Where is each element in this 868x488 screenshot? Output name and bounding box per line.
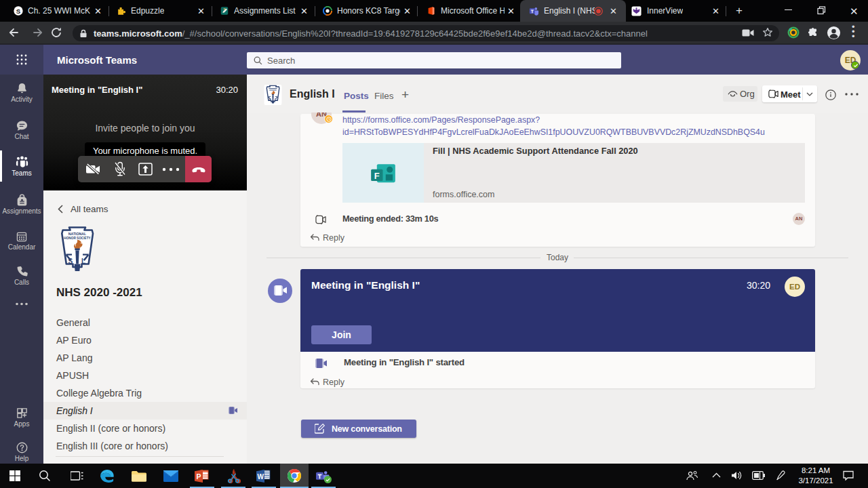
svg-text:S: S [269,98,271,101]
svg-text:S: S [68,258,73,265]
svg-text:HONOR SOCIETY: HONOR SOCIETY [64,237,91,240]
svg-text:P: P [197,472,201,481]
svg-text:S: S [16,7,21,15]
svg-text:L: L [81,258,85,265]
svg-text:F: F [374,171,380,181]
svg-text:W: W [258,473,264,481]
svg-text:NATIONAL: NATIONAL [68,232,87,236]
